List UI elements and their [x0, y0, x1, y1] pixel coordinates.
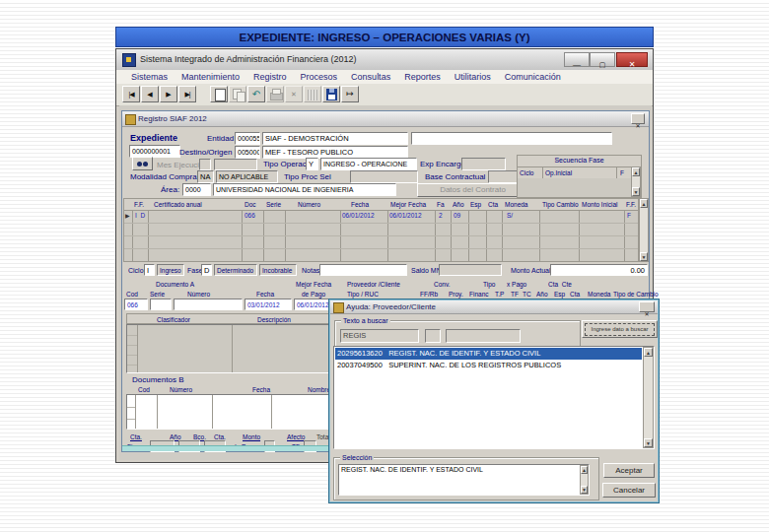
table-row[interactable]: ▶ I D 066 06/01/2012 06/01/2012 2 09 S/ …	[124, 210, 638, 223]
t2-h-esp: Esp	[554, 290, 565, 299]
menu-registro[interactable]: Registro	[246, 72, 294, 82]
scroll-down-icon[interactable]: ▼	[640, 252, 648, 261]
texto-extra-box-2[interactable]	[446, 329, 521, 343]
scroll-up-icon[interactable]: ▲	[632, 167, 640, 176]
registro-close-icon: ✕	[635, 123, 640, 129]
saldo-mn-input[interactable]	[439, 264, 502, 276]
first-record-button[interactable]: |◀	[122, 86, 140, 102]
ayuda-close-button[interactable]: ✕	[639, 301, 655, 312]
texto-a-buscar-input[interactable]: REGIS	[340, 329, 419, 343]
scroll-down-icon[interactable]: ▼	[581, 486, 588, 494]
t1-r-mejor-fecha: 06/01/2012	[389, 210, 422, 222]
new-button[interactable]	[210, 86, 228, 102]
print-button[interactable]	[266, 86, 284, 102]
buscar-dato-button[interactable]: Ingrese dato a buscar	[582, 320, 658, 338]
t2-h-depago: de Pago	[302, 290, 325, 299]
t2-h-numero: Número	[187, 290, 210, 299]
texto-extra-box-1[interactable]	[425, 329, 441, 343]
save-button[interactable]	[322, 86, 340, 102]
minimize-button[interactable]: —	[564, 52, 590, 67]
menu-consultas[interactable]: Consultas	[344, 72, 397, 82]
aceptar-button[interactable]: Aceptar	[603, 463, 655, 478]
secuencia-scrollbar[interactable]: ▲ ▼	[631, 166, 641, 197]
area-code[interactable]: 0000	[182, 183, 211, 196]
undo-button[interactable]: ↶	[247, 86, 265, 102]
expediente-label: Expediente	[130, 133, 177, 143]
t1-h-moneda: Moneda	[505, 200, 528, 209]
destino-code[interactable]: 005000	[235, 146, 260, 159]
seleccion-label: Selección	[340, 453, 374, 462]
menu-procesos[interactable]: Procesos	[294, 72, 345, 82]
tipo-operacion-code[interactable]: Y	[306, 158, 318, 170]
t2-g-conv: Conv.	[434, 280, 451, 289]
monto-actual-label: Monto Actual	[511, 266, 550, 276]
datos-contrato-button[interactable]: Datos del Contrato	[417, 183, 528, 197]
menu-comunicacion[interactable]: Comunicación	[498, 72, 568, 82]
delete-button[interactable]: ✕	[285, 86, 303, 102]
t1-h-numero: Número	[298, 200, 320, 209]
mes-ejecucion-code[interactable]	[199, 159, 211, 170]
list-scrollbar[interactable]: ▲ ▼	[643, 347, 654, 448]
t2-g-xpago: x Pago	[507, 280, 526, 289]
t2-r-fecha[interactable]: 03/01/2012	[245, 299, 292, 310]
buscar-button[interactable]	[132, 157, 153, 170]
notas-label: Notas	[302, 266, 319, 276]
scroll-up-icon[interactable]: ▲	[581, 466, 588, 474]
ciclo-label: Ciclo	[128, 266, 144, 276]
next-record-button[interactable]: ▶	[160, 86, 177, 102]
last-record-button[interactable]: ▶|	[178, 86, 196, 102]
tipo-proc-value[interactable]	[350, 170, 418, 183]
binoculars-icon	[137, 162, 142, 166]
t2-h-fecha: Fecha	[256, 290, 274, 299]
menu-sistemas[interactable]: Sistemas	[124, 72, 175, 82]
secuencia-panel: Secuencia Fase Ciclo Op.Inicial F ▲ ▼	[517, 155, 642, 198]
entidad-code[interactable]: 000055	[235, 132, 260, 145]
t1-h-serie: Serie	[266, 200, 281, 209]
t1-h-mejor-fecha: Mejor Fecha	[390, 200, 426, 209]
exit-icon: ↦	[346, 89, 354, 99]
fase-table-scrollbar[interactable]: ▲ ▼	[639, 198, 649, 262]
scroll-up-icon[interactable]: ▲	[640, 199, 648, 208]
list-item[interactable]: 20295613620 REGIST. NAC. DE IDENTIF. Y E…	[335, 348, 642, 360]
scroll-down-icon[interactable]: ▼	[644, 438, 653, 447]
list-item[interactable]: 20037049500 SUPERINT. NAC. DE LOS REGIST…	[335, 360, 642, 371]
close-button[interactable]: ✕	[616, 52, 648, 67]
modalidad-code[interactable]: NA	[197, 170, 214, 183]
exit-button[interactable]: ↦	[341, 86, 359, 102]
t2-h-tc: TC	[523, 290, 531, 299]
grid-button[interactable]	[304, 86, 321, 102]
fase-name: Determinado	[214, 264, 257, 276]
menu-mantenimiento[interactable]: Mantenimiento	[175, 72, 246, 82]
secuencia-col-op: Op.Inicial	[545, 168, 572, 177]
t2-r-numero[interactable]	[174, 299, 243, 310]
notas-input[interactable]	[319, 264, 407, 276]
t1-r-doc: 066	[245, 210, 255, 222]
scroll-down-icon[interactable]: ▼	[632, 187, 640, 196]
menu-reportes[interactable]: Reportes	[397, 72, 448, 82]
seleccion-textarea[interactable]: REGIST. NAC. DE IDENTIF. Y ESTADO CIVIL …	[338, 464, 590, 496]
fase-code: D	[201, 264, 212, 276]
scroll-up-icon[interactable]: ▲	[644, 348, 653, 357]
delete-icon: ✕	[291, 91, 297, 98]
prev-record-button[interactable]: ◀	[141, 86, 159, 102]
secuencia-list[interactable]	[518, 178, 631, 197]
seleccion-scrollbar[interactable]: ▲ ▼	[580, 465, 589, 495]
t2-r-cod[interactable]: 066	[124, 299, 148, 310]
t2-r-serie[interactable]	[150, 299, 172, 310]
ayuda-titlebar: Ayuda: Proveedor/Cliente ✕	[330, 300, 658, 314]
t1-h-tipo-cambio: Tipo Cambio	[542, 200, 579, 209]
last-record-icon: ▶|	[184, 91, 189, 98]
menu-utilitarios[interactable]: Utilitarios	[448, 72, 498, 82]
minimize-icon: —	[573, 60, 581, 69]
registro-close-button[interactable]: ✕	[631, 113, 645, 124]
next-record-icon: ▶	[166, 91, 171, 98]
t1-r-fecha: 06/01/2012	[342, 210, 375, 222]
maximize-button[interactable]: ▢	[590, 52, 615, 67]
save-icon	[326, 89, 337, 100]
slide-title-banner: EXPEDIENTE: INGRESO – OPERACIONES VARIAS…	[115, 27, 654, 47]
cancelar-button[interactable]: Cancelar	[602, 483, 656, 498]
base-contractual-label: Base Contractual	[425, 172, 485, 182]
exp-encargo-value[interactable]	[461, 158, 506, 170]
copy-button[interactable]	[229, 86, 246, 102]
slide-title: EXPEDIENTE: INGRESO – OPERACIONES VARIAS…	[239, 32, 529, 43]
